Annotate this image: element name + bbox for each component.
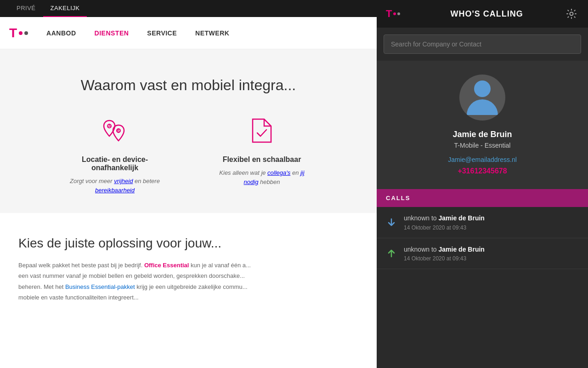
panel-logo-t: T xyxy=(386,8,392,20)
nav-netwerk[interactable]: NETWERK xyxy=(195,29,229,37)
call-prefix-2: unknown xyxy=(404,246,430,253)
feature1-desc: Zorgt voor meer vrijheid en betere berei… xyxy=(64,177,165,195)
calls-header: CALLS xyxy=(377,189,588,207)
svg-text:A: A xyxy=(108,124,111,128)
feature-location: A B Locatie- en device-onafhankelijk Zor… xyxy=(64,117,165,195)
search-section xyxy=(377,28,588,61)
feature2-desc: Kies alleen wat je collega's en jij nodi… xyxy=(211,168,312,186)
features-list: A B Locatie- en device-onafhankelijk Zor… xyxy=(18,117,358,195)
panel-header: T WHO'S CALLING xyxy=(377,0,588,28)
contact-card: Jamie de Bruin T-Mobile - Essential Jami… xyxy=(377,61,588,189)
call-name-1: Jamie de Bruin xyxy=(439,214,485,222)
content-section: Kies de juiste oplossing voor jouw... Be… xyxy=(0,213,377,326)
nav-service[interactable]: SERVICE xyxy=(147,29,177,37)
nav-aanbod[interactable]: AANBOD xyxy=(46,29,76,37)
nav-diensten[interactable]: DIENSTEN xyxy=(95,29,129,37)
call-name-2: Jamie de Bruin xyxy=(439,246,485,253)
t-mobile-logo: T xyxy=(9,26,28,40)
inbound-arrow-icon xyxy=(386,217,397,228)
panel-dot-2 xyxy=(397,12,400,15)
tab-prive[interactable]: PRIVÉ xyxy=(9,0,43,17)
location-icon: A B xyxy=(64,117,165,146)
panel-logo: T xyxy=(386,8,400,20)
avatar-body xyxy=(467,80,498,115)
call-middle-2: to xyxy=(431,246,439,253)
settings-button[interactable] xyxy=(564,6,579,21)
call-item-1: unknown to Jamie de Bruin 14 Oktober 202… xyxy=(377,207,588,238)
content-body: Bepaal welk pakket het beste past bij je… xyxy=(18,260,358,303)
call-middle-1: to xyxy=(431,214,439,222)
contact-company: T-Mobile - Essential xyxy=(454,142,511,149)
logo-dot-2 xyxy=(24,31,28,35)
call-text-2: unknown to Jamie de Bruin xyxy=(404,245,579,254)
call-text-1: unknown to Jamie de Bruin xyxy=(404,214,579,223)
avatar-head xyxy=(474,80,491,97)
contact-phone[interactable]: +31612345678 xyxy=(458,167,507,175)
call-info-2: unknown to Jamie de Bruin 14 Oktober 202… xyxy=(404,245,579,262)
nav-links: AANBOD DIENSTEN SERVICE NETWERK xyxy=(46,29,229,37)
contact-name: Jamie de Bruin xyxy=(452,130,512,139)
hero-section: Waarom vast en mobiel integra... A B xyxy=(0,49,377,213)
search-input[interactable] xyxy=(384,34,581,54)
hero-title: Waarom vast en mobiel integra... xyxy=(18,77,358,94)
call-info-1: unknown to Jamie de Bruin 14 Oktober 202… xyxy=(404,214,579,231)
panel-dot-1 xyxy=(393,12,396,15)
call-prefix-1: unknown xyxy=(404,214,430,222)
outbound-arrow-icon xyxy=(386,248,397,259)
avatar-shoulders xyxy=(467,99,498,115)
svg-point-4 xyxy=(570,12,573,16)
avatar xyxy=(459,75,505,121)
panel-title: WHO'S CALLING xyxy=(409,9,564,19)
call-item-2: unknown to Jamie de Bruin 14 Oktober 202… xyxy=(377,238,588,270)
top-tabs: PRIVÉ ZAKELIJK xyxy=(0,0,377,17)
svg-text:B: B xyxy=(117,128,120,133)
whos-calling-panel: T WHO'S CALLING Jamie de Bruin T-Mobile … xyxy=(377,0,588,368)
logo-dots xyxy=(19,31,28,35)
main-nav: T AANBOD DIENSTEN SERVICE NETWERK xyxy=(0,17,377,49)
feature2-title: Flexibel en schaalbaar xyxy=(211,155,312,164)
calls-title: CALLS xyxy=(386,195,579,201)
contact-email[interactable]: Jamie@emailaddress.nl xyxy=(448,156,517,163)
file-icon xyxy=(211,117,312,146)
gear-icon xyxy=(566,9,577,19)
logo-dot-1 xyxy=(19,31,23,35)
call-time-2: 14 Oktober 2020 at 09:43 xyxy=(404,255,579,262)
calls-list: unknown to Jamie de Bruin 14 Oktober 202… xyxy=(377,207,588,368)
call-time-1: 14 Oktober 2020 at 09:43 xyxy=(404,224,579,231)
feature1-title: Locatie- en device-onafhankelijk xyxy=(64,155,165,172)
tab-zakelijk[interactable]: ZAKELIJK xyxy=(43,0,87,17)
website-panel: PRIVÉ ZAKELIJK T AANBOD DIENSTEN SERVICE… xyxy=(0,0,377,368)
logo-t: T xyxy=(9,26,17,40)
panel-logo-dots xyxy=(393,12,400,15)
feature-flexible: Flexibel en schaalbaar Kies alleen wat j… xyxy=(211,117,312,195)
content-title: Kies de juiste oplossing voor jouw... xyxy=(18,236,358,251)
